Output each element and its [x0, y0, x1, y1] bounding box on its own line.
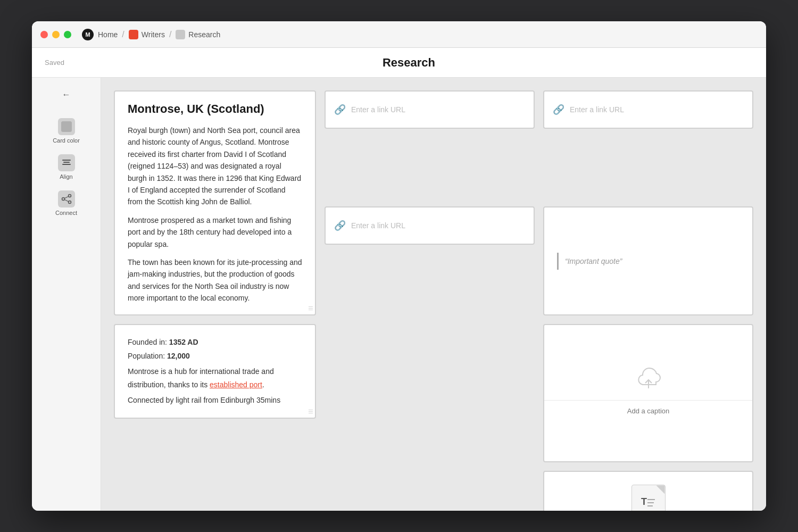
card-body: Royal burgh (town) and North Sea port, c…	[128, 124, 302, 304]
app-window: M Home / Writers / Research Saved Resear…	[32, 21, 766, 511]
saved-status: Saved	[45, 59, 64, 66]
link-placeholder-3: Enter a link URL	[570, 105, 624, 114]
breadcrumb-research[interactable]: Research	[176, 30, 220, 39]
left-sidebar: ← Card color Align	[32, 78, 101, 511]
link-icon-1: 🔗	[334, 104, 346, 115]
page-title: Research	[64, 56, 753, 70]
research-label: Research	[188, 30, 220, 39]
founded-row: Founded in: 1352 AD	[128, 336, 302, 349]
svg-point-5	[68, 201, 71, 204]
port-link[interactable]: established port	[210, 380, 262, 389]
home-label[interactable]: Home	[98, 30, 118, 39]
svg-rect-1	[63, 162, 70, 163]
svg-rect-2	[62, 164, 71, 165]
link-card-3[interactable]: 🔗 Enter a link URL	[543, 90, 753, 129]
founded-value: 1352 AD	[169, 338, 198, 346]
svg-point-3	[62, 198, 64, 201]
card-color-icon	[58, 118, 75, 135]
population-value: 12,000	[167, 352, 190, 360]
titlebar: M Home / Writers / Research	[32, 21, 766, 48]
link-placeholder-1: Enter a link URL	[351, 105, 405, 114]
upload-icon	[633, 365, 664, 394]
connect-icon	[58, 190, 75, 207]
link-icon-2: 🔗	[334, 220, 346, 231]
link-placeholder-2: Enter a link URL	[351, 221, 405, 230]
founded-label: Founded in:	[128, 338, 167, 346]
empty-space	[325, 324, 535, 419]
separator-2: /	[169, 30, 171, 39]
minimize-button[interactable]	[52, 31, 60, 38]
population-row: Population: 12,000	[128, 350, 302, 363]
align-tool[interactable]: Align	[43, 150, 90, 184]
fullscreen-button[interactable]	[64, 31, 71, 38]
main-text-content: Montrose, UK (Scotland) Royal burgh (tow…	[115, 92, 315, 314]
subheader: Saved Research	[32, 48, 766, 78]
svg-rect-0	[62, 160, 71, 161]
upload-card[interactable]	[543, 324, 753, 462]
description-row: Montrose is a hub for international trad…	[128, 365, 302, 392]
back-arrow-icon: ←	[62, 90, 71, 99]
card-color-tool[interactable]: Card color	[43, 114, 90, 148]
card-title: Montrose, UK (Scotland)	[128, 102, 302, 116]
writers-label: Writers	[142, 30, 165, 39]
paragraph-3: The town has been known for its jute-pro…	[128, 256, 302, 304]
svg-text:T: T	[641, 496, 647, 507]
separator-1: /	[122, 30, 124, 39]
caption-input[interactable]	[544, 400, 752, 421]
align-label: Align	[60, 173, 72, 180]
breadcrumb: M Home / Writers / Research	[82, 29, 220, 40]
back-button[interactable]: ←	[56, 86, 77, 103]
link-card-2[interactable]: 🔗 Enter a link URL	[325, 206, 535, 245]
svg-line-6	[64, 196, 69, 198]
link-icon-3: 🔗	[553, 104, 564, 115]
paragraph-1: Royal burgh (town) and North Sea port, c…	[128, 124, 302, 208]
quote-card[interactable]: “Important quote”	[543, 206, 753, 316]
population-label: Population:	[128, 352, 165, 360]
writers-icon	[129, 30, 138, 39]
connect-tool[interactable]: Connect	[43, 186, 90, 220]
description-end: .	[262, 380, 264, 389]
traffic-lights	[40, 31, 71, 38]
quote-bar	[557, 253, 559, 270]
card-color-label: Card color	[53, 137, 80, 144]
svg-point-4	[68, 195, 71, 197]
doc-icon-inner: T	[640, 494, 657, 509]
doc-icon: T	[631, 485, 666, 511]
resize-handle[interactable]	[306, 306, 313, 312]
data-info-content: Founded in: 1352 AD Population: 12,000 M…	[115, 325, 315, 418]
svg-line-7	[64, 200, 69, 202]
transport-text: Connected by light rail from Edinburgh 3…	[128, 396, 280, 404]
align-icon	[58, 154, 75, 171]
canvas-area: Montrose, UK (Scotland) Royal burgh (tow…	[101, 78, 766, 511]
connect-label: Connect	[55, 210, 77, 216]
data-info-card[interactable]: Founded in: 1352 AD Population: 12,000 M…	[114, 324, 316, 419]
main-content: ← Card color Align	[32, 78, 766, 511]
breadcrumb-writers[interactable]: Writers	[129, 30, 165, 39]
main-text-card[interactable]: Montrose, UK (Scotland) Royal burgh (tow…	[114, 90, 316, 315]
paragraph-2: Montrose prospered as a market town and …	[128, 214, 302, 250]
quote-text: “Important quote”	[565, 257, 622, 265]
new-doc-card[interactable]: T New Document 0 words	[543, 471, 753, 511]
resize-handle-data[interactable]	[306, 409, 313, 415]
close-button[interactable]	[40, 31, 48, 38]
research-icon	[176, 30, 185, 39]
home-icon: M	[82, 29, 94, 40]
link-card-1[interactable]: 🔗 Enter a link URL	[325, 90, 535, 129]
transport-row: Connected by light rail from Edinburgh 3…	[128, 394, 302, 407]
